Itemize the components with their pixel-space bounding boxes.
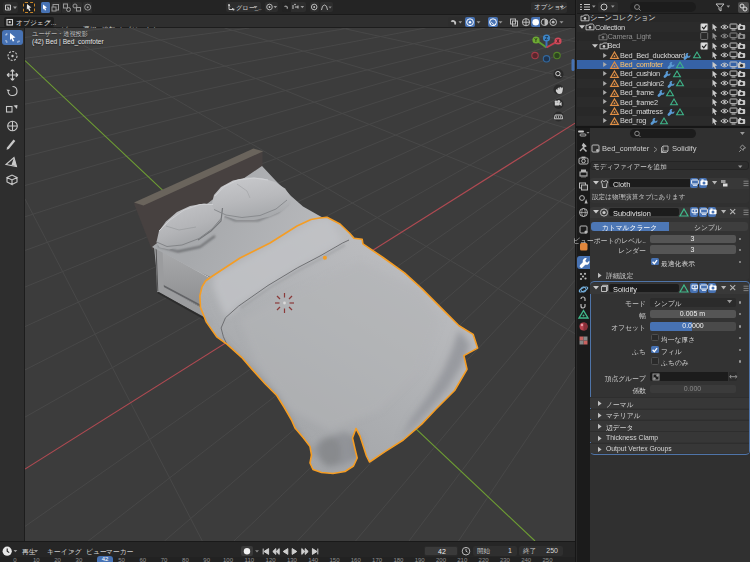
svg-text:Z: Z <box>545 35 548 41</box>
